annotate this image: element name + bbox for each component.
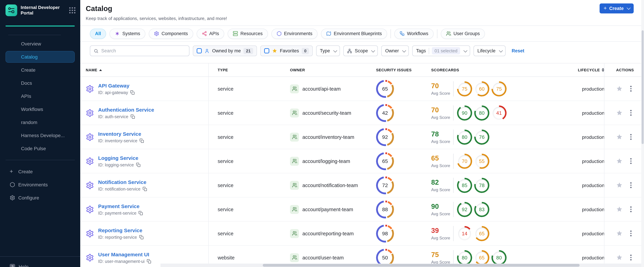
scorecard-bubble[interactable]: 92: [458, 203, 471, 216]
divider: [6, 160, 75, 160]
sidebar-item-catalog[interactable]: Catalog: [0, 50, 80, 64]
tags-dropdown[interactable]: Tags 01 selected: [412, 46, 470, 56]
scorecard-bubble[interactable]: 83: [476, 203, 488, 216]
sidebar-item-harness-developer[interactable]: Harness Develope...: [0, 129, 80, 142]
entity-name-link[interactable]: Payment Service: [98, 203, 143, 209]
scorecard-bubble[interactable]: 80: [493, 251, 505, 264]
copy-icon[interactable]: [140, 138, 144, 143]
tab-user-groups[interactable]: User Groups: [441, 28, 485, 39]
scorecard-bubble[interactable]: 70: [458, 155, 471, 167]
scorecard-bubble[interactable]: 41: [493, 107, 505, 119]
favorite-star-icon[interactable]: [616, 182, 623, 188]
sidebar-item-help[interactable]: ? Help: [0, 261, 80, 267]
sidebar-item-docs[interactable]: Docs: [0, 76, 80, 90]
kebab-menu-icon[interactable]: [629, 133, 633, 141]
kebab-menu-icon[interactable]: [629, 254, 633, 262]
favorite-star-icon[interactable]: [616, 230, 623, 237]
security-issues-donut[interactable]: 98: [376, 224, 394, 242]
tab-workflows[interactable]: Workflows: [394, 28, 434, 39]
sidebar-item-random[interactable]: random: [0, 116, 80, 129]
sidebar-item-code-pulse[interactable]: Code Pulse: [0, 142, 80, 155]
sidebar-item-apis[interactable]: APIs: [0, 90, 80, 103]
security-issues-donut[interactable]: 65: [376, 152, 394, 170]
favorite-star-icon[interactable]: [616, 206, 623, 212]
favorite-star-icon[interactable]: [616, 110, 623, 116]
security-issues-donut[interactable]: 65: [376, 80, 394, 98]
favorite-star-icon[interactable]: [616, 158, 623, 164]
sidebar-item-create[interactable]: Create: [0, 64, 80, 76]
favorite-star-icon[interactable]: [616, 254, 623, 261]
copy-icon[interactable]: [130, 114, 135, 119]
chevron-down-icon: [627, 6, 631, 10]
sidebar-item-configure[interactable]: Configure: [0, 191, 80, 204]
create-button[interactable]: + Create: [600, 4, 634, 14]
favorites-checkbox[interactable]: [264, 48, 269, 54]
tab-environments[interactable]: Environments: [271, 28, 318, 39]
tab-apis[interactable]: APIs: [196, 28, 224, 39]
scorecard-bubble[interactable]: 80: [476, 107, 488, 119]
scorecard-bubble[interactable]: 75: [458, 82, 471, 95]
copy-icon[interactable]: [136, 162, 140, 167]
entity-name-link[interactable]: Authentication Service: [98, 107, 154, 112]
owned-by-me-filter[interactable]: Owned by me 21: [193, 46, 257, 56]
sidebar-item-overview[interactable]: Overview: [0, 37, 80, 50]
security-issues-donut[interactable]: 72: [376, 176, 394, 194]
sidebar-item-environments[interactable]: Environments: [0, 178, 80, 191]
app-switcher-grid-icon[interactable]: [69, 7, 76, 14]
scorecard-bubble[interactable]: 55: [476, 155, 488, 167]
scope-dropdown[interactable]: Scope: [343, 46, 378, 56]
scorecard-bubble[interactable]: 76: [476, 131, 488, 143]
tab-components[interactable]: Components: [149, 28, 193, 39]
copy-icon[interactable]: [142, 187, 147, 191]
search-input[interactable]: [101, 48, 186, 54]
column-header-name[interactable]: NAME: [80, 64, 209, 76]
type-dropdown[interactable]: Type: [316, 46, 340, 56]
entity-name-link[interactable]: Reporting Service: [98, 227, 144, 233]
copy-icon[interactable]: [130, 90, 135, 95]
horizontal-scrollbar-thumb[interactable]: [263, 264, 580, 267]
entity-name-link[interactable]: Inventory Service: [98, 131, 144, 136]
scorecard-bubble[interactable]: 80: [458, 131, 471, 143]
copy-icon[interactable]: [139, 235, 144, 240]
scorecard-bubble[interactable]: 80: [458, 251, 471, 264]
favorite-star-icon[interactable]: [616, 134, 623, 140]
scorecard-bubble[interactable]: 65: [476, 251, 488, 264]
tab-systems[interactable]: Systems: [110, 28, 146, 39]
scorecard-bubble[interactable]: 60: [476, 82, 488, 95]
scorecard-bubble[interactable]: 90: [458, 107, 471, 119]
security-issues-donut[interactable]: 42: [376, 104, 394, 122]
sidebar-item-create-bottom[interactable]: + Create: [0, 165, 80, 178]
scorecard-bubble[interactable]: 65: [476, 227, 488, 240]
scorecard-bubble[interactable]: 85: [458, 179, 471, 192]
scorecard-bubble[interactable]: 75: [493, 82, 505, 95]
owned-by-me-checkbox[interactable]: [197, 48, 202, 54]
sidebar-item-workflows[interactable]: Workflows: [0, 103, 80, 116]
kebab-menu-icon[interactable]: [629, 109, 633, 117]
entity-name-link[interactable]: Notification Service: [98, 179, 147, 185]
column-header-lifecycle[interactable]: LIFECYCLE: [572, 68, 604, 72]
copy-icon[interactable]: [138, 211, 143, 215]
favorites-filter[interactable]: Favorites 0: [260, 46, 312, 56]
copy-icon[interactable]: [147, 259, 151, 264]
vertical-scrollbar-thumb[interactable]: [642, 30, 644, 144]
entity-name-link[interactable]: API Gateway: [98, 82, 135, 88]
tab-environment-blueprints[interactable]: Environment Blueprints: [321, 28, 387, 39]
kebab-menu-icon[interactable]: [629, 229, 633, 238]
scorecard-bubbles: 90 80 41: [458, 107, 505, 119]
tab-resources[interactable]: Resources: [228, 28, 268, 39]
tab-all[interactable]: All: [90, 28, 106, 39]
entity-name-link[interactable]: User Management UI: [98, 251, 151, 257]
scorecard-bubble[interactable]: 14: [458, 227, 471, 240]
owner-dropdown[interactable]: Owner: [382, 46, 409, 56]
reset-filters-link[interactable]: Reset: [512, 48, 524, 54]
kebab-menu-icon[interactable]: [629, 84, 633, 93]
entity-name-link[interactable]: Logging Service: [98, 155, 140, 161]
security-issues-donut[interactable]: 92: [376, 128, 394, 146]
kebab-menu-icon[interactable]: [629, 157, 633, 165]
security-issues-donut[interactable]: 88: [376, 200, 394, 218]
favorite-star-icon[interactable]: [616, 86, 623, 92]
scorecard-bubble[interactable]: 78: [476, 179, 488, 192]
kebab-menu-icon[interactable]: [629, 181, 633, 190]
kebab-menu-icon[interactable]: [629, 205, 633, 214]
lifecycle-dropdown[interactable]: Lifecycle: [474, 46, 506, 56]
